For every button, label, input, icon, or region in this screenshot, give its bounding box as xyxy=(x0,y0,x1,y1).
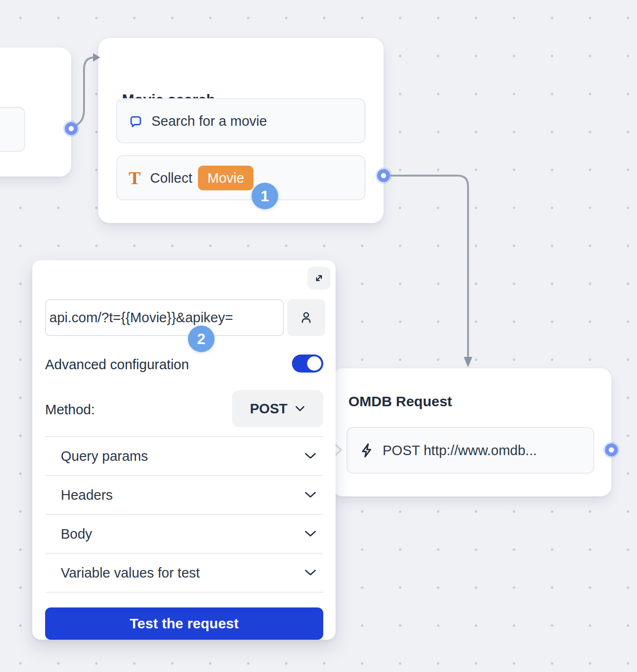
text-input-icon: T xyxy=(129,169,141,187)
node-movie-search[interactable]: Movie search Search for a movie T Collec… xyxy=(98,38,384,223)
method-label: Method: xyxy=(45,401,95,418)
request-url-value: api.com/?t={{Movie}}&apikey= xyxy=(56,310,233,326)
chevron-down-icon xyxy=(304,569,317,577)
block-omdb-post-request[interactable]: POST http://www.omdb... xyxy=(347,427,594,474)
node-partial[interactable] xyxy=(0,47,71,177)
block-collect-movie[interactable]: T Collect Movie xyxy=(116,155,365,200)
block-label: POST http://www.omdb... xyxy=(383,442,537,458)
section-label: Headers xyxy=(61,487,113,503)
request-config-panel: api.com/?t={{Movie}}&apikey= Advanced co… xyxy=(32,260,336,640)
advanced-configuration-label: Advanced configuration xyxy=(45,356,189,373)
divider xyxy=(45,592,323,593)
step-badge-1: 1 xyxy=(252,183,278,209)
block-label: Search for a movie xyxy=(151,113,267,129)
advanced-configuration-toggle[interactable] xyxy=(292,355,323,373)
test-the-request-button[interactable]: Test the request xyxy=(45,607,323,640)
user-variable-button[interactable] xyxy=(287,299,325,336)
section-headers[interactable]: Headers xyxy=(45,476,323,514)
block-label-wrap: Collect Movie xyxy=(150,166,253,190)
expand-icon xyxy=(313,272,325,284)
wire-movie-to-omdb xyxy=(390,176,468,357)
wire-left-to-movie xyxy=(74,57,94,126)
flow-canvas: Movie search Search for a movie T Collec… xyxy=(0,0,637,672)
section-query-params[interactable]: Query params xyxy=(45,437,323,475)
lightning-bolt-icon xyxy=(359,442,374,458)
step-badge-2: 2 xyxy=(188,326,215,352)
arrowhead-into-omdb xyxy=(464,357,472,367)
chat-bubble-icon xyxy=(129,114,143,128)
block-search-for-a-movie[interactable]: Search for a movie xyxy=(116,98,365,143)
chevron-down-icon xyxy=(304,452,317,460)
node-omdb-request[interactable]: OMDB Request POST http://www.omdb... xyxy=(332,368,611,496)
method-value: POST xyxy=(250,401,288,417)
section-label: Query params xyxy=(61,448,148,464)
node-partial-item[interactable] xyxy=(0,107,25,152)
method-dropdown[interactable]: POST xyxy=(232,390,323,427)
chevron-down-icon xyxy=(304,491,317,499)
section-body[interactable]: Body xyxy=(45,515,323,553)
section-label: Variable values for test xyxy=(61,565,200,581)
block-label: Collect xyxy=(150,170,192,186)
section-label: Body xyxy=(61,526,92,542)
chevron-down-icon xyxy=(304,530,317,538)
section-variable-values[interactable]: Variable values for test xyxy=(45,554,323,592)
request-url-input[interactable]: api.com/?t={{Movie}}&apikey= xyxy=(45,299,284,336)
chevron-down-icon xyxy=(295,405,305,412)
expand-button[interactable] xyxy=(308,267,330,289)
node-title-omdb-request: OMDB Request xyxy=(348,393,452,410)
person-icon xyxy=(299,310,314,325)
variable-chip-movie[interactable]: Movie xyxy=(198,166,253,190)
toggle-knob xyxy=(307,356,321,371)
